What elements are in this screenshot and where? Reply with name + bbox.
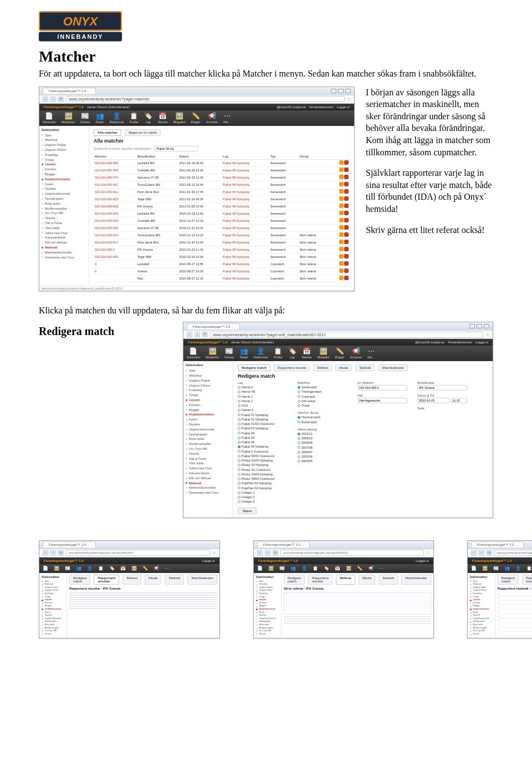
nav-medlemmar[interactable]: 👤Medlemmar xyxy=(254,348,268,359)
max-button[interactable] xyxy=(477,324,482,328)
sidebar-item[interactable]: Börja spela xyxy=(186,437,231,442)
sidebar-item[interactable]: Hall of Fame xyxy=(186,457,231,462)
sidebar-item[interactable]: Samarbete med Onyx xyxy=(42,255,86,260)
edit-icon[interactable] xyxy=(339,240,344,244)
filter-input[interactable] xyxy=(154,146,198,151)
delete-icon[interactable] xyxy=(344,218,349,222)
edit-icon[interactable] xyxy=(339,218,344,222)
delete-icon[interactable] xyxy=(344,168,349,172)
radio-option[interactable]: Damer A xyxy=(238,408,288,412)
sidebar-item[interactable]: Marknad xyxy=(42,245,86,250)
radio-option[interactable]: 2005/06 xyxy=(298,454,347,459)
table-row[interactable]: 010-016-050-006Taige SBK2010-10-16 10:00… xyxy=(94,253,350,260)
nav-nyheter[interactable]: 📰Nyheter xyxy=(80,113,90,124)
edit-icon[interactable] xyxy=(339,182,344,186)
table-row[interactable]: 010-016-050-075Nykvarns IF VB2011-06-19 … xyxy=(94,174,350,181)
edit-icon[interactable] xyxy=(339,276,344,280)
table-row[interactable]: 010-016-050-043Ledsäkill IBK2010-12-18 1… xyxy=(94,210,350,217)
sidebar-item[interactable]: Om Onyx IBK xyxy=(42,211,86,216)
edit-icon[interactable] xyxy=(339,175,344,179)
radio-option[interactable]: 2006/07 xyxy=(298,450,347,454)
radio-option[interactable]: Pojkar 04 xyxy=(238,431,288,435)
sidebar-item[interactable]: Kansli xyxy=(186,417,231,422)
radio-option[interactable]: Seriematch xyxy=(298,385,347,389)
sidebar-item[interactable]: Övriga xyxy=(42,158,86,163)
nav-partier[interactable]: 👥Partier xyxy=(240,348,248,359)
sidebar-item[interactable]: Historik xyxy=(186,452,231,457)
radio-option[interactable]: Pop/Flex 04 Nyköping xyxy=(238,481,288,485)
radio-option[interactable]: Pojkar 05 xyxy=(238,435,288,440)
min-button[interactable] xyxy=(331,89,336,93)
radio-option[interactable]: Pojkar 01/02 Oxelösund xyxy=(238,422,288,426)
radio-option[interactable]: DM-match xyxy=(298,399,347,403)
table-row[interactable]: 010-016-050-017Höör Järna Röd2010-10-30 … xyxy=(94,239,350,246)
sidebar-item[interactable]: Marknadskommittté xyxy=(42,250,86,255)
radio-option[interactable]: Pojkar 99 xyxy=(238,440,288,444)
edit-icon[interactable] xyxy=(339,225,344,230)
nav-medlemmar[interactable]: 👤Medlemmar xyxy=(110,113,124,124)
sidebar-item[interactable]: Styrelse xyxy=(42,186,86,191)
nav-annonser[interactable]: 📢Annonser xyxy=(350,348,362,359)
browser-tab[interactable]: Föreningsverktyget™ 1.0 ... xyxy=(187,323,240,329)
close-button[interactable] xyxy=(345,89,351,93)
delete-icon[interactable] xyxy=(344,268,349,273)
link-logout[interactable]: Logga ut xyxy=(337,105,350,109)
radio-option[interactable]: 2007/08 xyxy=(298,445,347,450)
forward-icon[interactable]: › xyxy=(195,332,200,337)
table-row[interactable]: 0Gnesta2010-08-27 14:30Pojkar 99 Nyköpin… xyxy=(94,267,350,275)
sidebar-item[interactable]: Krönikor xyxy=(186,403,231,408)
sidebar-item[interactable]: Klubbinformation xyxy=(42,177,86,182)
bookmark-icon[interactable]: ☆ xyxy=(485,332,489,337)
forward-icon[interactable]: › xyxy=(50,97,56,102)
sidebar-item[interactable]: Hall of Fame xyxy=(42,221,86,226)
back-icon[interactable]: ‹ xyxy=(43,97,48,102)
bookmark-icon[interactable]: ☆ xyxy=(347,97,351,102)
delete-icon[interactable] xyxy=(344,189,349,194)
delete-icon[interactable] xyxy=(344,182,349,186)
table-row[interactable]: 010-016-050-026Nykvarns IF VB2010-11-21 … xyxy=(94,224,350,231)
sidebar-item[interactable]: Blogger xyxy=(42,172,86,177)
delete-icon[interactable] xyxy=(344,261,349,266)
delete-icon[interactable] xyxy=(344,211,349,215)
radio-option[interactable]: Pojkar 02 Nyköping xyxy=(238,426,288,430)
nav-lag[interactable]: 🏷️Lag xyxy=(144,113,152,124)
sidebar-item[interactable]: Knattelag xyxy=(186,388,231,393)
delete-icon[interactable] xyxy=(344,276,349,280)
save-button[interactable]: Spara xyxy=(238,508,257,514)
sidebar-item[interactable]: Sportgruppen xyxy=(42,196,86,201)
sidebar-item[interactable]: Om Onyx IBK xyxy=(186,447,231,452)
table-row[interactable]: Flen2010-08-27 12:15Pojkar 99 NyköpingCu… xyxy=(94,275,350,282)
radio-option[interactable]: Oxlaget 2 xyxy=(238,495,288,499)
sidebar-item[interactable]: Dokumentbank xyxy=(42,235,86,240)
min-button[interactable] xyxy=(469,324,475,328)
nav-sidstruktur[interactable]: 📄Sidstruktur xyxy=(43,113,56,124)
nav-annonser[interactable]: 📢Annonser xyxy=(206,113,218,124)
sidebar-item[interactable]: Marknad xyxy=(186,481,231,486)
radio-option[interactable]: Herrar VB xyxy=(238,389,288,394)
radio-option[interactable]: Cupmatch xyxy=(298,394,347,399)
nav-mer...[interactable]: ⋯Mer... xyxy=(367,348,375,359)
radio-option[interactable]: Flickor 01 Oxelösund xyxy=(238,468,288,472)
tab-statistik[interactable]: Statistik xyxy=(355,364,375,371)
table-row[interactable]: 010-016-050-046IFK Gnesta2011-01-08 10:0… xyxy=(94,202,350,210)
radio-option[interactable]: Herrar A xyxy=(238,385,288,389)
radio-option[interactable]: Pojkar 00/00 Oxelösund xyxy=(238,454,288,458)
delete-icon[interactable] xyxy=(344,175,349,179)
edit-icon[interactable] xyxy=(339,196,344,201)
table-row[interactable]: 010-016-050-070Turehälls IBK2011-06-05 1… xyxy=(94,166,350,174)
nav-profiler[interactable]: 📋Profiler xyxy=(274,348,283,359)
sidebar-item[interactable]: Ungdom Flickor xyxy=(186,383,231,388)
tab-referat[interactable]: Referat xyxy=(313,364,332,371)
sidebar-item[interactable]: Våra hallar xyxy=(42,226,86,231)
nav-nyheter[interactable]: 📰Nyheter xyxy=(224,348,234,359)
nav-blogger[interactable]: ✏️Blogger xyxy=(335,348,345,359)
tab-all-matches[interactable]: Alla matcher xyxy=(94,129,121,136)
link-logout[interactable]: Logga ut xyxy=(475,341,488,344)
max-button[interactable] xyxy=(338,89,344,93)
sidebar-item[interactable]: Ungdom Flickor xyxy=(42,148,86,153)
radio-option[interactable]: Herrar J xyxy=(238,399,288,403)
edit-icon[interactable] xyxy=(339,168,344,172)
radio-option[interactable]: Pojkar 0 Oxelösund xyxy=(238,449,288,454)
sidebar-item[interactable]: Klubbinformation xyxy=(186,412,231,417)
radio-option[interactable]: Flickor 01/00 Nyköping xyxy=(238,458,288,463)
